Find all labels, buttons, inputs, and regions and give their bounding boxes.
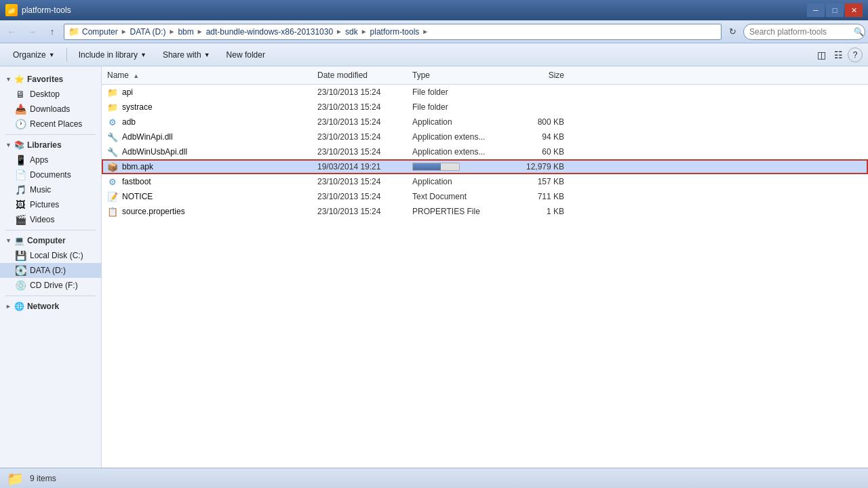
view-change-button[interactable]: ◫ (814, 46, 829, 64)
file-date-fastboot: 23/10/2013 15:24 (312, 177, 407, 186)
file-type-adb: Application (407, 117, 515, 127)
file-row-api[interactable]: 📁 api 23/10/2013 15:24 File folder (102, 85, 868, 100)
txt-icon-notice: 📝 (107, 191, 118, 202)
file-name-source-props: 📋 source.properties (102, 206, 312, 217)
progress-bar-track (412, 163, 460, 171)
back-button[interactable]: ← (3, 23, 20, 41)
libraries-arrow-icon: ▼ (5, 142, 12, 148)
file-type-api: File folder (407, 87, 515, 97)
file-label-adb: adb (122, 117, 136, 127)
share-with-button[interactable]: Share with ▼ (155, 46, 218, 64)
minimize-button[interactable]: ─ (807, 3, 825, 17)
file-label-adbwinusbapi: AdbWinUsbApi.dll (122, 147, 187, 157)
file-name-api: 📁 api (102, 87, 312, 98)
window-icon: 📁 (5, 4, 18, 16)
sidebar-item-desktop[interactable]: 🖥 Desktop (0, 87, 101, 102)
sidebar-desktop-label: Desktop (30, 89, 60, 99)
sidebar-item-music[interactable]: 🎵 Music (0, 182, 101, 197)
file-row-adbwinusbapi[interactable]: 🔧 AdbWinUsbApi.dll 23/10/2013 15:24 Appl… (102, 144, 868, 159)
file-date-bbm-apk: 19/03/2014 19:21 (312, 162, 407, 171)
file-type-notice: Text Document (407, 192, 515, 201)
file-list-header: Name ▲ Date modified Type Size (102, 66, 868, 85)
sidebar-network-header[interactable]: ► 🌐 Network (0, 299, 101, 314)
file-date-adb: 23/10/2013 15:24 (312, 117, 407, 127)
search-icon[interactable]: 🔍 (854, 27, 864, 37)
sidebar-network-label: Network (27, 302, 59, 311)
file-row-fastboot[interactable]: ⚙ fastboot 23/10/2013 15:24 Application … (102, 174, 868, 189)
title-controls: ─ □ ✕ (807, 3, 863, 17)
col-header-size[interactable]: Size (515, 69, 570, 81)
breadcrumb-bbm[interactable]: bbm (178, 27, 193, 37)
col-header-date[interactable]: Date modified (312, 69, 407, 81)
window-title: platform-tools (22, 5, 71, 15)
sidebar-item-apps[interactable]: 📱 Apps (0, 152, 101, 167)
include-dropdown-icon: ▼ (140, 52, 146, 58)
file-name-notice: 📝 NOTICE (102, 191, 312, 202)
sidebar-item-pictures[interactable]: 🖼 Pictures (0, 197, 101, 212)
exe-icon-fastboot: ⚙ (107, 176, 118, 187)
file-row-notice[interactable]: 📝 NOTICE 23/10/2013 15:24 Text Document … (102, 189, 868, 204)
file-date-systrace: 23/10/2013 15:24 (312, 102, 407, 112)
file-row-adbwinapi[interactable]: 🔧 AdbWinApi.dll 23/10/2013 15:24 Applica… (102, 129, 868, 144)
file-size-bbm-apk: 12,979 KB (515, 162, 570, 171)
breadcrumb-adt-bundle[interactable]: adt-bundle-windows-x86-20131030 (206, 27, 333, 37)
apk-icon-bbm: 📦 (107, 161, 118, 172)
progress-bar-fill (413, 163, 441, 170)
view-buttons: ◫ ☷ (814, 46, 846, 64)
help-button[interactable]: ? (848, 47, 863, 62)
file-row-adb[interactable]: ⚙ adb 23/10/2013 15:24 Application 800 K… (102, 115, 868, 129)
sidebar-cd-f-label: CD Drive (F:) (30, 281, 78, 290)
sidebar-computer-header[interactable]: ▼ 💻 Computer (0, 233, 101, 248)
search-input[interactable] (749, 27, 851, 37)
maximize-button[interactable]: □ (826, 3, 844, 17)
recent-icon: 🕐 (15, 119, 26, 129)
organize-button[interactable]: Organize ▼ (5, 46, 62, 64)
dll-icon-adbwinapi: 🔧 (107, 131, 118, 142)
refresh-button[interactable]: ↻ (724, 24, 741, 40)
file-row-systrace[interactable]: 📁 systrace 23/10/2013 15:24 File folder (102, 100, 868, 115)
close-button[interactable]: ✕ (845, 3, 863, 17)
sidebar-item-cd-f[interactable]: 💿 CD Drive (F:) (0, 278, 101, 293)
sidebar-item-documents[interactable]: 📄 Documents (0, 167, 101, 182)
file-label-notice: NOTICE (122, 192, 153, 201)
sidebar-item-local-c[interactable]: 💾 Local Disk (C:) (0, 248, 101, 263)
breadcrumb-computer[interactable]: Computer (82, 27, 118, 37)
file-size-source-props: 1 KB (515, 207, 570, 216)
sidebar-item-downloads[interactable]: 📥 Downloads (0, 102, 101, 117)
col-header-name[interactable]: Name ▲ (102, 69, 312, 81)
organize-label: Organize (13, 50, 46, 60)
file-label-adbwinapi: AdbWinApi.dll (122, 132, 173, 142)
file-label-systrace: systrace (122, 102, 153, 112)
sidebar-recent-label: Recent Places (30, 119, 82, 129)
data-d-icon: 💽 (15, 265, 26, 276)
main-area: ▼ ⭐ Favorites 🖥 Desktop 📥 Downloads 🕐 Re… (0, 66, 868, 468)
file-row-source-props[interactable]: 📋 source.properties 23/10/2013 15:24 PRO… (102, 204, 868, 219)
sidebar-pictures-label: Pictures (30, 200, 59, 209)
breadcrumb-data-d[interactable]: DATA (D:) (130, 27, 166, 37)
breadcrumb-platform-tools[interactable]: platform-tools (370, 27, 420, 37)
file-row-bbm-apk[interactable]: 📦 bbm.apk 19/03/2014 19:21 12,979 KB (102, 159, 868, 174)
breadcrumb-sdk[interactable]: sdk (345, 27, 358, 37)
view-details-button[interactable]: ☷ (831, 46, 846, 64)
file-type-adbwinapi: Application extens... (407, 132, 515, 142)
new-folder-button[interactable]: New folder (219, 46, 273, 64)
sidebar-libraries-header[interactable]: ▼ 📚 Libraries (0, 138, 101, 152)
file-name-bbm-apk: 📦 bbm.apk (102, 161, 312, 172)
col-header-type[interactable]: Type (407, 69, 515, 81)
sidebar-divider-2 (5, 230, 96, 230)
file-type-source-props: PROPERTIES File (407, 207, 515, 216)
include-label: Include in library (79, 50, 138, 60)
favorites-arrow-icon: ▼ (5, 76, 12, 83)
up-button[interactable]: ↑ (43, 23, 61, 41)
sidebar-favorites-icon: ⭐ (14, 75, 24, 84)
sidebar-item-videos[interactable]: 🎬 Videos (0, 212, 101, 227)
sidebar-favorites-header[interactable]: ▼ ⭐ Favorites (0, 72, 101, 87)
search-box[interactable]: 🔍 (743, 24, 865, 40)
sidebar-item-recent[interactable]: 🕐 Recent Places (0, 117, 101, 131)
include-library-button[interactable]: Include in library ▼ (71, 46, 154, 64)
address-box[interactable]: 📁 Computer ► DATA (D:) ► bbm ► adt-bundl… (64, 24, 722, 40)
title-bar-left: 📁 platform-tools (5, 4, 71, 16)
sidebar-item-data-d[interactable]: 💽 DATA (D:) (0, 263, 101, 278)
status-bar: 📁 9 items (0, 468, 868, 488)
forward-button[interactable]: → (23, 23, 41, 41)
